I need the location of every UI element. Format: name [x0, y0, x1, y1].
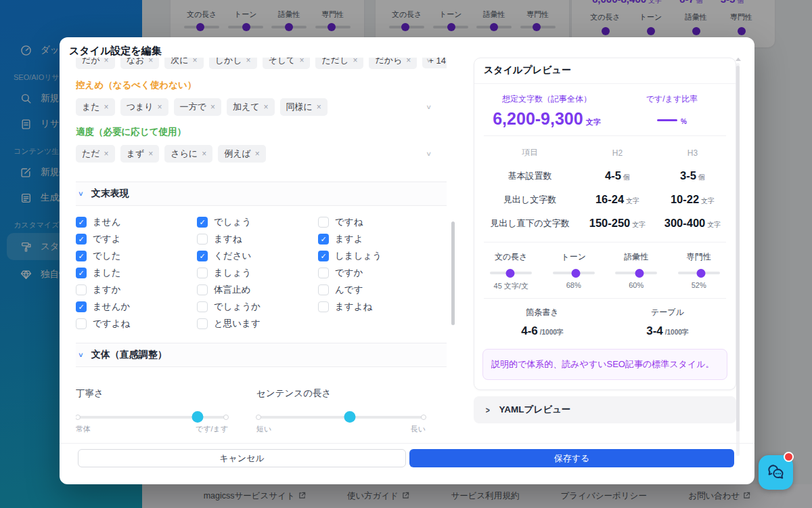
checkbox-unchecked-icon[interactable]	[318, 284, 329, 295]
conjunction-chip[interactable]: 例えば×	[218, 145, 266, 163]
remove-chip-icon[interactable]: ×	[104, 103, 109, 111]
sentence-ending-option[interactable]: でしょうか	[197, 301, 318, 312]
checkbox-label: ですよね	[93, 318, 130, 330]
conjunction-chip[interactable]: ただ×	[76, 145, 115, 163]
sentence-ending-option[interactable]: ますか	[76, 284, 197, 295]
sentence-ending-option[interactable]: 体言止め	[197, 284, 318, 295]
sentence-ending-option[interactable]: ましょう	[197, 268, 318, 278]
remove-chip-icon[interactable]: ×	[255, 150, 260, 158]
checkbox-checked-icon[interactable]: ✓	[76, 301, 87, 312]
sentence-ending-option[interactable]: ✓しましょう	[318, 251, 447, 261]
conjunction-chip[interactable]: 次に×	[164, 58, 203, 69]
sentence-ending-option[interactable]: ✓でした	[76, 251, 197, 261]
checkbox-unchecked-icon[interactable]	[76, 318, 87, 329]
sentence-ending-option[interactable]: んです	[318, 284, 447, 295]
conjunction-chip[interactable]: まず×	[120, 145, 160, 163]
remove-chip-icon[interactable]: ×	[148, 58, 153, 64]
notification-dot	[784, 452, 794, 462]
remove-chip-icon[interactable]: ×	[148, 150, 153, 158]
conjunction-chip[interactable]: さらに×	[164, 145, 212, 163]
chevron-down-icon[interactable]: ∨	[426, 150, 432, 158]
conjunction-chip[interactable]: また×	[76, 98, 115, 116]
slider-thumb[interactable]	[344, 411, 355, 423]
conjunction-chip[interactable]: だが×	[76, 58, 115, 69]
remove-chip-icon[interactable]: ×	[406, 58, 411, 64]
save-button[interactable]: 保存する	[409, 449, 734, 467]
conjunction-chip[interactable]: ただし×	[315, 58, 363, 69]
slider-min-label: 常体	[76, 424, 91, 434]
sentence-ending-option[interactable]: ですか	[318, 268, 447, 278]
density-value-wrap: 3-4/1000字	[605, 324, 730, 338]
conjunction-chip[interactable]: 同様に×	[280, 98, 328, 116]
checkbox-checked-icon[interactable]: ✓	[76, 234, 87, 245]
conjunction-chip[interactable]: そして×	[263, 58, 311, 69]
chevron-down-icon[interactable]: ∨	[426, 58, 432, 64]
chars-value: 6,200-9,300	[493, 109, 583, 128]
sentence-ending-option[interactable]: と思います	[197, 318, 318, 329]
remove-chip-icon[interactable]: ×	[158, 103, 162, 111]
sentence-ending-option[interactable]: ✓ません	[76, 217, 197, 228]
preview-stats: 想定文字数（記事全体） 6,200-9,300文字 です/ます比率 %	[474, 84, 736, 135]
remove-chip-icon[interactable]: ×	[210, 103, 215, 111]
checkbox-unchecked-icon[interactable]	[318, 217, 329, 228]
section-header-style[interactable]: ∨ 文体（直感調整）	[76, 343, 447, 367]
checkbox-unchecked-icon[interactable]	[197, 234, 208, 245]
table-row: 基本設置数4-5個3-5個	[480, 164, 730, 188]
left-scrollbar-thumb[interactable]	[451, 221, 455, 325]
checkbox-checked-icon[interactable]: ✓	[318, 251, 329, 261]
checkbox-unchecked-icon[interactable]	[318, 268, 329, 278]
preview-sliders: 文の長さ45 文字/文トーン68%語彙性60%専門性52%	[474, 242, 736, 298]
slider-thumb[interactable]	[192, 411, 204, 423]
sentence-ending-option[interactable]: ますね	[197, 234, 318, 245]
remove-chip-icon[interactable]: ×	[264, 103, 269, 111]
remove-chip-icon[interactable]: ×	[299, 58, 304, 64]
checkbox-unchecked-icon[interactable]	[197, 301, 208, 312]
section-header-sentence-endings[interactable]: ∨ 文末表現	[76, 182, 447, 206]
chevron-down-icon[interactable]: ∨	[426, 104, 432, 111]
checkbox-checked-icon[interactable]: ✓	[76, 217, 87, 228]
sentence-ending-option[interactable]: ますよね	[318, 301, 447, 312]
sentence-ending-option[interactable]: ✓でしょう	[197, 217, 318, 228]
remove-chip-icon[interactable]: ×	[193, 58, 198, 64]
sentence-ending-option[interactable]: ✓ください	[197, 251, 318, 261]
checkbox-unchecked-icon[interactable]	[197, 284, 208, 295]
scrollbar-up-arrow[interactable]	[736, 58, 741, 61]
remove-chip-icon[interactable]: ×	[246, 58, 251, 64]
yaml-preview-toggle[interactable]: > YAMLプレビュー	[474, 396, 736, 423]
remove-chip-icon[interactable]: ×	[104, 58, 109, 64]
sentence-ending-option[interactable]: ✓ますよ	[318, 234, 447, 245]
conjunction-chip[interactable]: しかし×	[209, 58, 257, 69]
right-scrollbar-thumb[interactable]	[736, 66, 740, 431]
sentence-ending-option[interactable]: ✓ですよ	[76, 234, 197, 245]
preview-slider-value: 60%	[605, 281, 668, 289]
sentence-ending-option[interactable]: ✓ました	[76, 268, 197, 278]
sentence-ending-option[interactable]: ですね	[318, 217, 447, 228]
density-label: テーブル	[605, 307, 730, 318]
conjunction-chip[interactable]: 一方で×	[174, 98, 221, 116]
checkbox-checked-icon[interactable]: ✓	[318, 234, 329, 245]
remove-chip-icon[interactable]: ×	[202, 150, 206, 158]
checkbox-unchecked-icon[interactable]	[318, 301, 329, 312]
conjunction-chip[interactable]: 加えて×	[227, 98, 275, 116]
slider-label: 丁寧さ	[76, 387, 228, 400]
checkbox-checked-icon[interactable]: ✓	[76, 268, 87, 278]
preview-slider-track	[553, 272, 595, 274]
checkbox-unchecked-icon[interactable]	[197, 268, 208, 278]
slider-track[interactable]	[76, 416, 228, 419]
sentence-ending-option[interactable]: ✓ませんか	[76, 301, 197, 312]
slider-track[interactable]	[256, 416, 426, 419]
checkbox-checked-icon[interactable]: ✓	[197, 217, 208, 228]
cancel-button[interactable]: キャンセル	[78, 449, 406, 467]
remove-chip-icon[interactable]: ×	[104, 150, 109, 158]
checkbox-unchecked-icon[interactable]	[197, 318, 208, 329]
conjunction-chip[interactable]: つまり×	[120, 98, 168, 116]
sentence-ending-option[interactable]: ですよね	[76, 318, 197, 329]
checkbox-checked-icon[interactable]: ✓	[197, 251, 208, 261]
remove-chip-icon[interactable]: ×	[317, 103, 321, 111]
remove-chip-icon[interactable]: ×	[353, 58, 357, 64]
conjunction-chip[interactable]: なお×	[120, 58, 160, 69]
checkbox-checked-icon[interactable]: ✓	[76, 251, 87, 261]
conjunction-chip[interactable]: だから×	[369, 58, 417, 69]
preview-slider-label: 文の長さ	[480, 251, 543, 263]
checkbox-unchecked-icon[interactable]	[76, 284, 87, 295]
